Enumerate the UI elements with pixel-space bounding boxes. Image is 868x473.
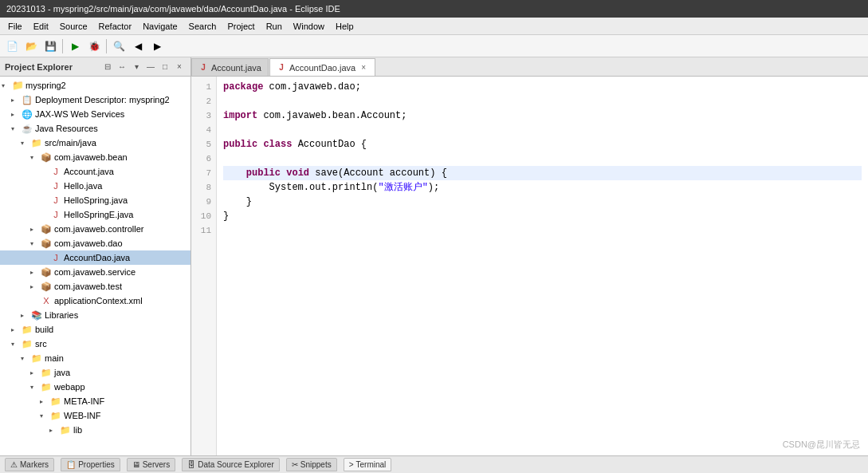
tree-label: java bbox=[54, 368, 70, 377]
tab-icon-Account.java: J bbox=[198, 63, 208, 73]
tree-label: src/main/java bbox=[45, 138, 96, 148]
menu-item-run[interactable]: Run bbox=[261, 20, 287, 33]
tree-arrow: ▸ bbox=[40, 398, 49, 405]
tree-item-HelloSpring.java[interactable]: JHelloSpring.java bbox=[0, 193, 190, 207]
tree-item-com.javaweb.bean[interactable]: ▾📦com.javaweb.bean bbox=[0, 150, 190, 164]
tree-label: src bbox=[35, 339, 47, 349]
status-tab-servers[interactable]: 🖥 Servers bbox=[127, 458, 175, 471]
menu-item-window[interactable]: Window bbox=[289, 20, 329, 33]
code-line-8: System.out.println("激活账户"); bbox=[223, 180, 862, 195]
tree-item-AccountDao.java[interactable]: JAccountDao.java bbox=[0, 250, 190, 265]
view-menu-btn[interactable]: ▾ bbox=[130, 61, 143, 73]
tree-arrow: ▾ bbox=[2, 82, 11, 89]
tree-item-com.javaweb.dao[interactable]: ▾📦com.javaweb.dao bbox=[0, 236, 190, 250]
line-number-10: 10 bbox=[196, 209, 211, 223]
status-tab-properties[interactable]: 📋 Properties bbox=[61, 458, 120, 471]
menu-item-edit[interactable]: Edit bbox=[29, 20, 53, 33]
tree-item-META-INF[interactable]: ▸📁META-INF bbox=[0, 394, 190, 408]
status-tab-label-snippets: Snippets bbox=[300, 460, 332, 469]
tree-item-HelloSpringE.java[interactable]: JHelloSpringE.java bbox=[0, 207, 190, 222]
menu-item-file[interactable]: File bbox=[3, 20, 27, 33]
status-tab-label-markers: Markers bbox=[20, 460, 49, 469]
tree-item-Libraries[interactable]: ▸📚Libraries bbox=[0, 308, 190, 322]
status-tab-label-terminal: Terminal bbox=[356, 460, 387, 469]
tree-label: HelloSpring.java bbox=[64, 195, 128, 205]
tree-label: Libraries bbox=[45, 310, 78, 320]
tree-icon-com.javaweb.controller: 📦 bbox=[40, 223, 53, 235]
tree-item-WEB-INF[interactable]: ▾📁WEB-INF bbox=[0, 408, 190, 423]
code-line-1: package com.javaweb.dao; bbox=[223, 80, 862, 94]
toolbar-run-btn[interactable]: ▶ bbox=[66, 37, 84, 55]
tree-item-com.javaweb.service[interactable]: ▸📦com.javaweb.service bbox=[0, 265, 190, 279]
tree-label: HelloSpringE.java bbox=[64, 210, 133, 219]
code-line-4 bbox=[223, 123, 862, 137]
tree-icon-src-main-java: 📁 bbox=[30, 137, 43, 148]
tree-icon-com.javaweb.bean: 📦 bbox=[40, 152, 53, 163]
tree-item-java-folder[interactable]: ▸📁java bbox=[0, 365, 190, 380]
toolbar-forward-btn[interactable]: ▶ bbox=[148, 37, 166, 55]
status-tab-data-source[interactable]: 🗄 Data Source Explorer bbox=[182, 458, 280, 471]
toolbar-save-btn[interactable]: 💾 bbox=[41, 37, 59, 55]
toolbar-sep-2 bbox=[106, 39, 107, 53]
tree-label: com.javaweb.dao bbox=[54, 238, 123, 248]
link-with-editor-btn[interactable]: ↔ bbox=[116, 61, 128, 73]
menu-item-search[interactable]: Search bbox=[184, 20, 222, 33]
tree-label: com.javaweb.bean bbox=[54, 152, 128, 162]
line-number-8: 8 bbox=[196, 180, 211, 195]
toolbar-open-btn[interactable]: 📂 bbox=[22, 37, 40, 55]
code-editor[interactable]: 1234567891011 package com.javaweb.dao; i… bbox=[191, 77, 868, 455]
tree-item-src-main-java[interactable]: ▾📁src/main/java bbox=[0, 136, 190, 150]
status-tab-icon-servers: 🖥 bbox=[132, 460, 140, 469]
code-content[interactable]: package com.javaweb.dao; import com.java… bbox=[217, 77, 868, 455]
toolbar-back-btn[interactable]: ◀ bbox=[129, 37, 147, 55]
toolbar-search-btn[interactable]: 🔍 bbox=[110, 37, 128, 55]
tree-icon-build: 📁 bbox=[21, 324, 33, 335]
tree-item-main-folder[interactable]: ▾📁main bbox=[0, 351, 190, 365]
tree-item-Account.java[interactable]: JAccount.java bbox=[0, 164, 190, 179]
tree-item-com.javaweb.controller[interactable]: ▸📦com.javaweb.controller bbox=[0, 222, 190, 236]
tree-item-myspring2[interactable]: ▾📁myspring2 bbox=[0, 78, 190, 93]
status-tab-icon-terminal: > bbox=[349, 460, 354, 469]
menu-item-navigate[interactable]: Navigate bbox=[138, 20, 182, 33]
panel-title: Project Explorer bbox=[5, 62, 73, 72]
tab-Account.java[interactable]: JAccount.java bbox=[191, 58, 269, 76]
tree-item-webapp[interactable]: ▾📁webapp bbox=[0, 380, 190, 394]
menu-item-refactor[interactable]: Refactor bbox=[94, 20, 137, 33]
menu-item-help[interactable]: Help bbox=[331, 20, 359, 33]
tab-AccountDao.java[interactable]: JAccountDao.java× bbox=[269, 58, 375, 76]
tab-close-AccountDao.java[interactable]: × bbox=[359, 63, 368, 73]
tab-label-AccountDao.java: AccountDao.java bbox=[289, 63, 355, 73]
close-explorer-btn[interactable]: × bbox=[173, 61, 186, 73]
toolbar-new-btn[interactable]: 📄 bbox=[3, 37, 21, 55]
line-numbers: 1234567891011 bbox=[191, 77, 217, 455]
tree-icon-com.javaweb.service: 📦 bbox=[40, 266, 53, 278]
tree-item-applicationContext.xml[interactable]: XapplicationContext.xml bbox=[0, 294, 190, 308]
status-tab-markers[interactable]: ⚠ Markers bbox=[5, 458, 54, 471]
tree-item-lib[interactable]: ▸📁lib bbox=[0, 423, 190, 437]
line-number-5: 5 bbox=[196, 137, 211, 152]
tree-item-jax-ws[interactable]: ▸🌐JAX-WS Web Services bbox=[0, 107, 190, 121]
tree-label: main bbox=[45, 353, 64, 363]
tree-item-com.javaweb.test[interactable]: ▸📦com.javaweb.test bbox=[0, 279, 190, 294]
status-tab-snippets[interactable]: ✂ Snippets bbox=[286, 458, 337, 471]
tree-item-Hello.java[interactable]: JHello.java bbox=[0, 179, 190, 193]
line-number-11: 11 bbox=[196, 223, 211, 238]
tree-icon-Libraries: 📚 bbox=[30, 309, 43, 321]
tree-item-src[interactable]: ▾📁src bbox=[0, 337, 190, 351]
toolbar-debug-btn[interactable]: 🐞 bbox=[85, 37, 103, 55]
tree-label: AccountDao.java bbox=[64, 253, 130, 262]
tree-label: myspring2 bbox=[26, 81, 66, 90]
maximize-btn[interactable]: □ bbox=[159, 61, 171, 73]
menu-item-project[interactable]: Project bbox=[222, 20, 259, 33]
minimize-btn[interactable]: — bbox=[144, 61, 157, 73]
tree-item-build[interactable]: ▸📁build bbox=[0, 322, 190, 337]
code-line-6 bbox=[223, 152, 862, 166]
tree-item-java-res[interactable]: ▾☕Java Resources bbox=[0, 121, 190, 136]
tree-icon-lib: 📁 bbox=[59, 424, 72, 436]
tree-item-deployment[interactable]: ▸📋Deployment Descriptor: myspring2 bbox=[0, 93, 190, 107]
tree-label: Hello.java bbox=[64, 181, 102, 191]
collapse-all-btn[interactable]: ⊟ bbox=[101, 61, 114, 73]
status-tab-terminal[interactable]: > Terminal bbox=[344, 458, 392, 471]
tree-icon-com.javaweb.test: 📦 bbox=[40, 281, 53, 292]
menu-item-source[interactable]: Source bbox=[55, 20, 92, 33]
